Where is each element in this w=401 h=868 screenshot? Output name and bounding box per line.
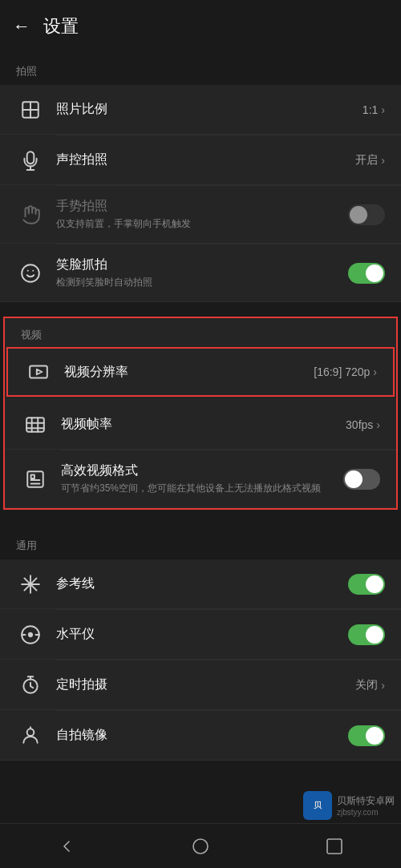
back-button[interactable]: ← <box>13 16 30 37</box>
header: ← 设置 <box>0 0 401 50</box>
hevc-format-icon <box>21 469 50 490</box>
video-fps-title: 视频帧率 <box>61 416 338 433</box>
level-title: 水平仪 <box>56 626 340 643</box>
gesture-capture-icon <box>16 204 45 225</box>
photo-ratio-chevron: › <box>381 103 385 116</box>
timer-value: 关闭 › <box>355 678 385 692</box>
video-resolution-value: [16:9] 720p › <box>314 365 377 378</box>
gesture-capture-subtitle: 仅支持前置，手掌朝向手机触发 <box>56 217 340 231</box>
timer-title: 定时拍摄 <box>56 676 347 693</box>
photo-ratio-value: 1:1 › <box>363 103 385 116</box>
svg-point-24 <box>193 839 208 854</box>
svg-point-22 <box>27 729 34 736</box>
photo-ratio-icon <box>16 99 45 120</box>
nav-back-icon <box>57 837 76 856</box>
voice-capture-row[interactable]: 声控拍照 开启 › <box>0 135 401 185</box>
hevc-format-title: 高效视频格式 <box>61 462 335 479</box>
page-title: 设置 <box>43 14 79 38</box>
photo-ratio-row[interactable]: 照片比例 1:1 › <box>0 85 401 135</box>
reference-lines-row[interactable]: 参考线 <box>0 559 401 609</box>
selfie-mirror-title: 自拍镜像 <box>56 727 340 744</box>
photo-section-block: 照片比例 1:1 › 声控拍照 开启 › <box>0 85 401 302</box>
reference-lines-icon <box>16 574 45 595</box>
selfie-mirror-icon <box>16 725 45 746</box>
svg-rect-10 <box>26 418 44 431</box>
nav-home-button[interactable] <box>176 830 225 862</box>
smile-capture-toggle[interactable] <box>348 263 385 284</box>
nav-home-icon <box>191 837 210 856</box>
gesture-capture-toggle[interactable] <box>348 204 385 225</box>
video-fps-content: 视频帧率 <box>61 416 338 433</box>
smile-capture-title: 笑脸抓拍 <box>56 256 340 273</box>
voice-capture-icon <box>16 150 45 171</box>
video-resolution-icon <box>24 361 53 382</box>
watermark: 贝 贝斯特安卓网 zjbstyy.com <box>303 791 395 820</box>
nav-back-button[interactable] <box>43 830 91 862</box>
timer-content: 定时拍摄 <box>56 676 347 693</box>
timer-row[interactable]: 定时拍摄 关闭 › <box>0 660 401 710</box>
video-resolution-row[interactable]: 视频分辨率 [16:9] 720p › <box>6 347 395 397</box>
smile-capture-subtitle: 检测到笑脸时自动拍照 <box>56 276 340 289</box>
selfie-mirror-toggle[interactable] <box>348 725 385 746</box>
level-row[interactable]: 水平仪 <box>0 610 401 660</box>
hevc-format-toggle[interactable] <box>343 469 380 490</box>
video-fps-row[interactable]: 视频帧率 30fps › <box>5 400 396 450</box>
video-resolution-content: 视频分辨率 <box>64 364 306 381</box>
watermark-site-name: 贝斯特安卓网 <box>337 794 395 808</box>
hevc-format-subtitle: 可节省约35%空间，您可能在其他设备上无法播放此格式视频 <box>61 482 335 495</box>
voice-capture-value: 开启 › <box>355 153 385 168</box>
svg-marker-9 <box>37 369 43 375</box>
svg-rect-25 <box>327 839 342 854</box>
timer-icon <box>16 675 45 696</box>
watermark-logo: 贝 <box>303 791 332 820</box>
watermark-url: zjbstyy.com <box>337 808 395 817</box>
video-fps-icon <box>21 414 50 435</box>
smile-capture-row[interactable]: 笑脸抓拍 检测到笑脸时自动拍照 <box>0 244 401 302</box>
video-fps-value: 30fps › <box>346 418 380 431</box>
selfie-mirror-content: 自拍镜像 <box>56 727 340 744</box>
voice-capture-title: 声控拍照 <box>56 151 347 168</box>
hevc-format-content: 高效视频格式 可节省约35%空间，您可能在其他设备上无法播放此格式视频 <box>61 462 335 495</box>
level-icon <box>16 624 45 645</box>
voice-capture-chevron: › <box>381 154 385 167</box>
svg-rect-8 <box>30 365 47 377</box>
general-section-block: 参考线 水平仪 定时拍摄 关闭 › <box>0 559 401 761</box>
voice-capture-content: 声控拍照 <box>56 151 347 168</box>
photo-section-label: 拍照 <box>0 50 401 85</box>
general-section-label: 通用 <box>0 524 401 559</box>
svg-point-5 <box>22 264 39 282</box>
smile-capture-icon <box>16 263 45 284</box>
reference-lines-toggle[interactable] <box>348 574 385 595</box>
navigation-bar <box>0 823 401 868</box>
level-toggle[interactable] <box>348 624 385 645</box>
hevc-format-row[interactable]: 高效视频格式 可节省约35%空间，您可能在其他设备上无法播放此格式视频 <box>5 450 396 508</box>
selfie-mirror-row[interactable]: 自拍镜像 <box>0 711 401 761</box>
nav-recent-button[interactable] <box>310 830 358 862</box>
nav-recent-icon <box>325 837 344 856</box>
photo-ratio-content: 照片比例 <box>56 101 354 118</box>
photo-ratio-title: 照片比例 <box>56 101 354 118</box>
reference-lines-content: 参考线 <box>56 575 340 592</box>
smile-capture-content: 笑脸抓拍 检测到笑脸时自动拍照 <box>56 256 340 289</box>
gesture-capture-row[interactable]: 手势拍照 仅支持前置，手掌朝向手机触发 <box>0 186 401 244</box>
svg-rect-15 <box>27 471 43 487</box>
gesture-capture-content: 手势拍照 仅支持前置，手掌朝向手机触发 <box>56 198 340 231</box>
svg-point-20 <box>29 632 32 636</box>
video-section-label: 视频 <box>5 318 396 347</box>
level-content: 水平仪 <box>56 626 340 643</box>
reference-lines-title: 参考线 <box>56 575 340 592</box>
video-resolution-title: 视频分辨率 <box>64 364 306 381</box>
gesture-capture-title: 手势拍照 <box>56 198 340 215</box>
